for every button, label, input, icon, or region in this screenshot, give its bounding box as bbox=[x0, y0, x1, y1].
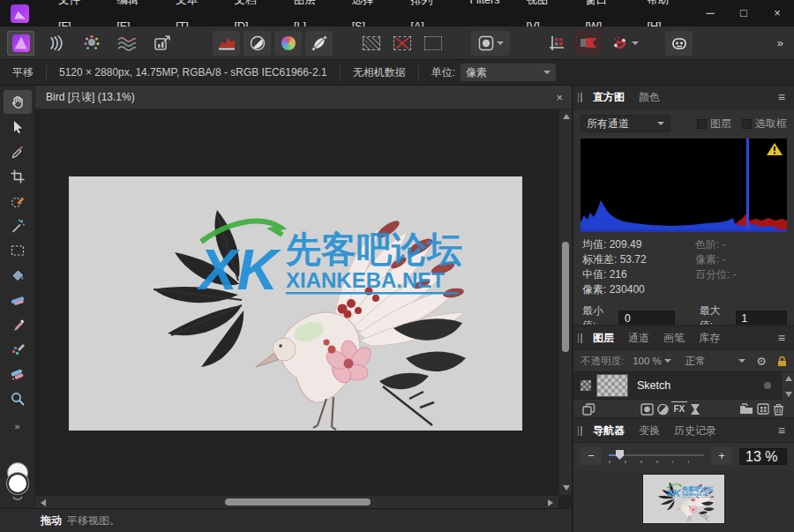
document-view[interactable] bbox=[69, 176, 522, 431]
opacity-value[interactable]: 100 % bbox=[633, 356, 662, 366]
tab-history[interactable]: 历史记录 bbox=[667, 419, 723, 443]
auto-colours-button[interactable] bbox=[274, 31, 302, 56]
duplicate-layer-icon[interactable] bbox=[581, 401, 596, 417]
tab-colour[interactable]: 颜色 bbox=[632, 86, 667, 109]
toolbar-overflow-button[interactable]: » bbox=[777, 36, 783, 49]
panel-menu-icon[interactable]: ≡ bbox=[778, 90, 785, 104]
document-close-icon[interactable]: × bbox=[556, 91, 563, 104]
lock-icon[interactable] bbox=[777, 356, 787, 367]
tone-mapping-persona-button[interactable] bbox=[113, 31, 140, 56]
snapping-presets-button[interactable] bbox=[574, 31, 602, 56]
canvas-viewport[interactable] bbox=[35, 109, 572, 508]
liquify-persona-button[interactable] bbox=[42, 31, 70, 56]
assistant-button[interactable] bbox=[665, 31, 693, 56]
navigator-thumbnail[interactable] bbox=[643, 475, 724, 523]
chevron-down-icon[interactable] bbox=[664, 359, 671, 363]
swap-colours-icon[interactable] bbox=[11, 496, 24, 503]
fill-colour-swatch[interactable] bbox=[7, 473, 28, 494]
zoom-value-field[interactable]: 13 % bbox=[739, 448, 787, 465]
tab-stock[interactable]: 库存 bbox=[692, 326, 727, 350]
smudge-tool[interactable] bbox=[4, 362, 32, 386]
group-layers-icon[interactable] bbox=[738, 401, 754, 417]
scroll-down-icon[interactable] bbox=[785, 392, 792, 397]
layer-name[interactable]: Sketch bbox=[637, 379, 670, 392]
tab-layers[interactable]: 图层 bbox=[586, 326, 621, 350]
export-persona-button[interactable] bbox=[148, 31, 176, 56]
snapping-toggle-button[interactable] bbox=[605, 31, 644, 56]
close-button[interactable]: × bbox=[760, 0, 794, 26]
zoom-slider-handle[interactable] bbox=[616, 450, 624, 460]
scroll-up-icon[interactable] bbox=[563, 114, 570, 119]
colour-picker-tool[interactable] bbox=[4, 139, 32, 163]
selection-hatch-button[interactable] bbox=[357, 31, 385, 56]
zoom-tool[interactable] bbox=[4, 386, 32, 410]
document-tab[interactable]: Bird [只读] (13.1%) bbox=[46, 90, 135, 105]
layers-scrollbar[interactable] bbox=[782, 372, 794, 401]
delete-layer-icon[interactable] bbox=[771, 401, 787, 417]
layer-visibility-icon[interactable] bbox=[581, 380, 591, 391]
layer-checkbox[interactable] bbox=[697, 119, 707, 129]
zoom-out-button[interactable]: − bbox=[581, 447, 602, 465]
selection-brush-tool[interactable] bbox=[4, 189, 32, 213]
blend-mode-value[interactable]: 正常 bbox=[685, 355, 706, 368]
layer-effects-icon[interactable]: FX bbox=[671, 401, 687, 417]
deselect-button[interactable] bbox=[388, 31, 416, 56]
auto-white-balance-button[interactable] bbox=[305, 31, 333, 56]
chevron-down-icon[interactable] bbox=[738, 359, 745, 363]
more-tools-button[interactable]: » bbox=[14, 421, 19, 431]
vignette-mode-button[interactable] bbox=[471, 31, 510, 56]
pixel-tool[interactable] bbox=[4, 337, 32, 361]
layer-state-dot[interactable] bbox=[764, 382, 771, 389]
panel-grip-icon[interactable] bbox=[573, 93, 586, 102]
mask-layer-icon[interactable] bbox=[639, 401, 655, 417]
auto-contrast-button[interactable] bbox=[243, 31, 271, 56]
tab-brushes[interactable]: 画笔 bbox=[656, 326, 692, 350]
scroll-down-icon[interactable] bbox=[563, 485, 570, 491]
vertical-scroll-thumb[interactable] bbox=[562, 242, 569, 352]
selection-dotted-button[interactable] bbox=[419, 31, 446, 56]
flood-select-tool[interactable] bbox=[4, 214, 32, 237]
marquee-select-tool[interactable] bbox=[4, 238, 32, 262]
unit-dropdown[interactable]: 像素 bbox=[461, 64, 556, 81]
guides-manager-button[interactable] bbox=[543, 31, 571, 56]
develop-persona-button[interactable] bbox=[78, 31, 105, 56]
panel-grip-icon[interactable] bbox=[573, 333, 586, 343]
marquee-checkbox[interactable] bbox=[742, 119, 752, 129]
channel-dropdown[interactable]: 所有通道 bbox=[581, 115, 670, 132]
tab-channels[interactable]: 通道 bbox=[621, 326, 656, 350]
photo-persona-button[interactable] bbox=[7, 31, 34, 56]
tab-transform[interactable]: 变换 bbox=[632, 419, 667, 443]
auto-levels-button[interactable] bbox=[213, 31, 240, 56]
move-tool[interactable] bbox=[4, 115, 32, 139]
panel-menu-icon[interactable]: ≡ bbox=[778, 423, 785, 438]
horizontal-scroll-thumb[interactable] bbox=[225, 498, 371, 506]
tab-histogram[interactable]: 直方图 bbox=[586, 86, 632, 109]
live-filter-icon[interactable] bbox=[687, 401, 703, 417]
scroll-left-icon[interactable] bbox=[41, 499, 46, 506]
colour-selector[interactable] bbox=[7, 462, 28, 503]
maximize-button[interactable]: □ bbox=[727, 0, 760, 26]
layer-thumbnail[interactable] bbox=[596, 374, 628, 397]
scroll-up-icon[interactable] bbox=[785, 376, 792, 381]
gear-icon[interactable]: ⚙ bbox=[756, 355, 767, 368]
layers-panel: 图层 通道 画笔 库存 ≡ 不透明度: 100 % 正常 ⚙ bbox=[573, 325, 794, 417]
crop-tool[interactable] bbox=[4, 164, 32, 188]
tab-navigator[interactable]: 导航器 bbox=[586, 419, 632, 443]
zoom-in-button[interactable]: + bbox=[711, 447, 732, 465]
gradient-tool[interactable] bbox=[4, 288, 32, 311]
magnet-icon bbox=[611, 34, 629, 52]
minimize-button[interactable]: ─ bbox=[693, 0, 727, 26]
new-layer-icon[interactable] bbox=[755, 401, 771, 417]
flood-fill-tool[interactable] bbox=[4, 263, 32, 287]
marquee-icon bbox=[10, 243, 26, 259]
adjustment-layer-icon[interactable] bbox=[655, 401, 671, 417]
zoom-slider[interactable] bbox=[609, 447, 704, 465]
view-pan-tool[interactable] bbox=[4, 90, 32, 114]
scroll-right-icon[interactable] bbox=[548, 499, 553, 506]
paint-brush-tool[interactable] bbox=[4, 312, 32, 336]
panel-menu-icon[interactable]: ≡ bbox=[778, 331, 785, 345]
layer-row-sketch[interactable]: Sketch bbox=[573, 371, 794, 400]
panel-grip-icon[interactable] bbox=[573, 426, 586, 436]
vertical-scrollbar[interactable] bbox=[558, 109, 572, 495]
horizontal-scrollbar[interactable] bbox=[35, 495, 558, 508]
